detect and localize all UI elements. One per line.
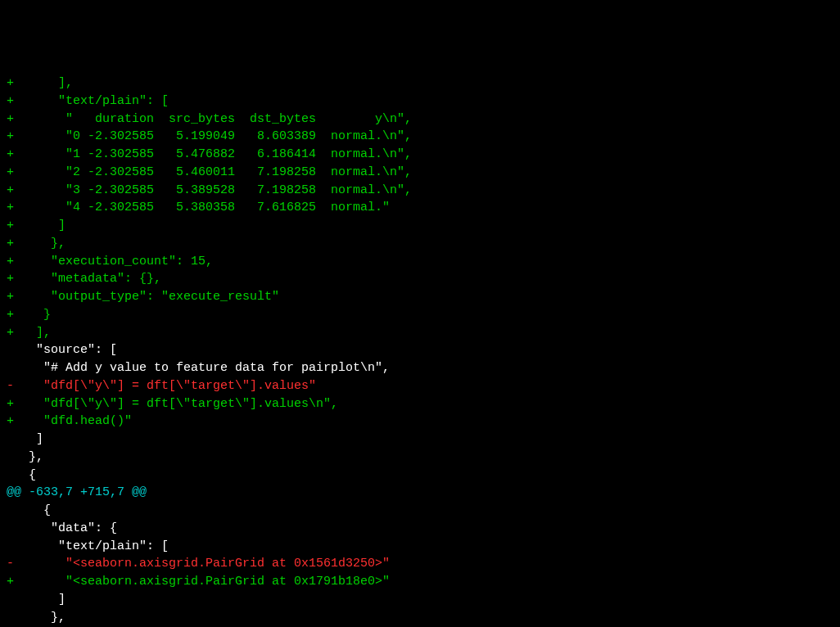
diff-line-added: + "1 -2.302585 5.476882 6.186414 normal.… <box>7 146 833 164</box>
diff-line-added: + "3 -2.302585 5.389528 7.198258 normal.… <box>7 182 833 200</box>
diff-line-hunk: @@ -633,7 +715,7 @@ <box>7 484 833 502</box>
diff-line-added: + }, <box>7 235 833 253</box>
diff-line-added: + "metadata": {}, <box>7 270 833 288</box>
diff-line-added: + "2 -2.302585 5.460011 7.198258 normal.… <box>7 164 833 182</box>
diff-line-added: + ], <box>7 324 833 342</box>
diff-line-added: + "execution_count": 15, <box>7 253 833 271</box>
diff-line-context: "# Add y value to feature data for pairp… <box>7 359 833 377</box>
diff-line-context: }, <box>7 609 833 627</box>
diff-line-added: + "<seaborn.axisgrid.PairGrid at 0x1791b… <box>7 573 833 591</box>
diff-line-removed: - "dfd[\"y\"] = dft[\"target\"].values" <box>7 377 833 395</box>
diff-line-added: + ], <box>7 74 833 92</box>
diff-line-context: "data": { <box>7 520 833 538</box>
diff-line-added: + " duration src_bytes dst_bytes y\n", <box>7 111 833 129</box>
diff-line-added: + "text/plain": [ <box>7 92 833 111</box>
diff-line-context: { <box>7 467 833 485</box>
diff-line-added: + ] <box>7 217 833 235</box>
diff-line-context: "text/plain": [ <box>7 538 833 556</box>
diff-line-context: ] <box>7 431 833 449</box>
diff-line-context: "source": [ <box>7 341 833 359</box>
diff-line-added: + } <box>7 306 833 324</box>
diff-line-context: ] <box>7 591 833 609</box>
diff-line-context: }, <box>7 449 833 467</box>
diff-line-added: + "dfd[\"y\"] = dft[\"target\"].values\n… <box>7 395 833 413</box>
diff-line-context: { <box>7 502 833 520</box>
diff-line-added: + "0 -2.302585 5.199049 8.603389 normal.… <box>7 128 833 146</box>
diff-line-removed: - "<seaborn.axisgrid.PairGrid at 0x1561d… <box>7 555 833 573</box>
diff-line-added: + "dfd.head()" <box>7 413 833 431</box>
diff-line-added: + "4 -2.302585 5.380358 7.616825 normal.… <box>7 199 833 217</box>
diff-output: + ],+ "text/plain": [+ " duration src_by… <box>7 74 833 627</box>
diff-line-added: + "output_type": "execute_result" <box>7 288 833 306</box>
